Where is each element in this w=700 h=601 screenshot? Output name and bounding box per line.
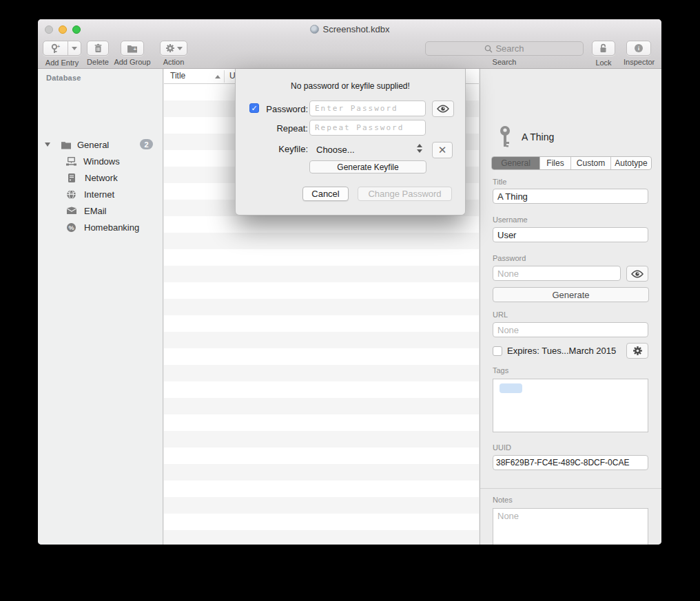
search-label: Search <box>425 58 584 66</box>
column-header-title[interactable]: Title <box>170 71 185 81</box>
title-field[interactable] <box>493 189 648 204</box>
stepper-icon[interactable] <box>417 144 422 153</box>
action-label: Action <box>160 58 187 66</box>
delete-group: Delete <box>86 41 110 66</box>
uuid-field[interactable] <box>493 455 648 470</box>
eye-icon <box>437 105 449 113</box>
screenshot-canvas: Screenshot.kdbx + Add Entry Delete <box>0 0 700 601</box>
info-icon: i <box>634 43 644 53</box>
sidebar: Database General 2 Windows Network <box>38 69 163 545</box>
toolbar: + Add Entry Delete + Add Group <box>38 39 661 69</box>
reveal-password-button[interactable] <box>432 101 454 117</box>
delete-button[interactable] <box>87 41 109 56</box>
keyfile-label: Keyfile: <box>239 144 308 154</box>
percent-circle-icon: % <box>65 222 77 233</box>
expires-row: Expires: Tues...March 2015 <box>493 346 616 356</box>
sort-ascending-icon <box>215 75 220 78</box>
sidebar-item-label: Internet <box>84 189 114 200</box>
close-icon: ✕ <box>438 144 447 156</box>
inspector-panel: A Thing General Files Custom Autotype Ti… <box>480 69 661 545</box>
tag-pill[interactable] <box>500 383 522 393</box>
globe-icon <box>65 189 77 200</box>
expires-checkbox[interactable] <box>493 346 502 356</box>
window-title: Screenshot.kdbx <box>323 24 390 34</box>
notes-field[interactable] <box>493 508 648 545</box>
sidebar-item-internet[interactable]: Internet <box>38 186 163 202</box>
action-group: Action <box>160 41 187 66</box>
password-field[interactable] <box>493 266 621 281</box>
open-padlock-icon <box>599 43 608 54</box>
add-entry-group: + Add Entry <box>43 41 81 67</box>
key-icon <box>497 125 513 149</box>
sidebar-header: Database <box>46 74 81 82</box>
enter-password-input[interactable] <box>309 101 426 116</box>
reveal-password-button[interactable] <box>626 266 648 282</box>
url-field-label: URL <box>493 310 508 319</box>
tags-box[interactable] <box>493 379 648 432</box>
envelope-icon <box>65 205 77 217</box>
change-password-dialog: No password or keyfile supplied! ✓ Passw… <box>235 69 466 215</box>
sidebar-item-label: Network <box>85 173 118 183</box>
username-field-label: Username <box>493 215 528 224</box>
tab-bar: General Files Custom Autotype <box>491 156 652 170</box>
notes-label: Notes <box>493 496 513 504</box>
password-label: Password: <box>239 104 308 114</box>
action-button[interactable] <box>160 41 187 56</box>
tab-files[interactable]: Files <box>540 157 571 169</box>
username-field[interactable] <box>493 227 648 242</box>
add-group-label: Add Group <box>112 58 152 66</box>
repeat-password-input[interactable] <box>309 120 426 136</box>
title-bar: Screenshot.kdbx <box>38 19 661 39</box>
title-group: Screenshot.kdbx <box>38 19 661 39</box>
search-input[interactable]: Search <box>425 41 584 56</box>
inspector-label: Inspector <box>624 58 654 66</box>
url-field[interactable] <box>493 322 648 337</box>
generate-button[interactable]: Generate <box>493 287 649 302</box>
uuid-label: UUID <box>493 443 511 452</box>
key-plus-icon: + <box>43 43 68 54</box>
gear-icon <box>632 346 643 356</box>
add-entry-button[interactable]: + <box>43 41 81 56</box>
count-badge: 2 <box>140 139 153 149</box>
tags-label: Tags <box>493 366 508 375</box>
inspector-group: i Inspector <box>624 41 654 66</box>
lock-button[interactable] <box>592 41 615 56</box>
sidebar-item-homebanking[interactable]: % Homebanking <box>38 219 163 235</box>
title-field-label: Title <box>493 178 506 186</box>
column-divider[interactable] <box>224 70 225 83</box>
search-placeholder: Search <box>495 43 524 54</box>
sidebar-item-general[interactable]: General 2 <box>38 136 163 153</box>
trash-icon <box>94 43 103 53</box>
sidebar-item-label: Windows <box>83 156 120 167</box>
clear-keyfile-button[interactable]: ✕ <box>432 142 453 158</box>
sidebar-item-network[interactable]: Network <box>38 169 163 186</box>
windows-network-icon <box>65 156 77 167</box>
keyfile-popup-value: Choose... <box>316 145 355 155</box>
generate-keyfile-button[interactable]: Generate Keyfile <box>309 160 426 173</box>
folder-icon <box>60 139 72 151</box>
add-entry-dropdown[interactable] <box>68 47 81 50</box>
eye-icon <box>631 270 644 278</box>
dialog-message: No password or keyfile supplied! <box>236 81 465 91</box>
keyfile-popup[interactable]: Choose... <box>309 142 426 157</box>
entry-title: A Thing <box>522 131 554 143</box>
chevron-down-icon <box>177 47 183 50</box>
app-window: Screenshot.kdbx + Add Entry Delete <box>38 19 661 545</box>
inspector-button[interactable]: i <box>626 41 651 56</box>
change-password-button[interactable]: Change Password <box>358 187 452 201</box>
divider <box>480 488 661 489</box>
tab-autotype[interactable]: Autotype <box>611 157 651 169</box>
disclosure-triangle-icon[interactable] <box>45 143 50 147</box>
expires-settings-button[interactable] <box>626 343 648 359</box>
sidebar-item-email[interactable]: EMail <box>38 202 163 219</box>
expires-label: Expires: Tues...March 2015 <box>507 346 616 356</box>
add-group-group: + Add Group <box>112 41 152 66</box>
sidebar-item-label: General <box>77 140 109 150</box>
tab-custom[interactable]: Custom <box>571 157 611 169</box>
cancel-button[interactable]: Cancel <box>302 187 349 201</box>
svg-text:+: + <box>134 46 137 52</box>
sidebar-item-windows[interactable]: Windows <box>38 153 163 169</box>
tab-general[interactable]: General <box>492 157 540 169</box>
add-group-button[interactable]: + <box>121 41 144 56</box>
add-entry-label: Add Entry <box>43 59 81 67</box>
